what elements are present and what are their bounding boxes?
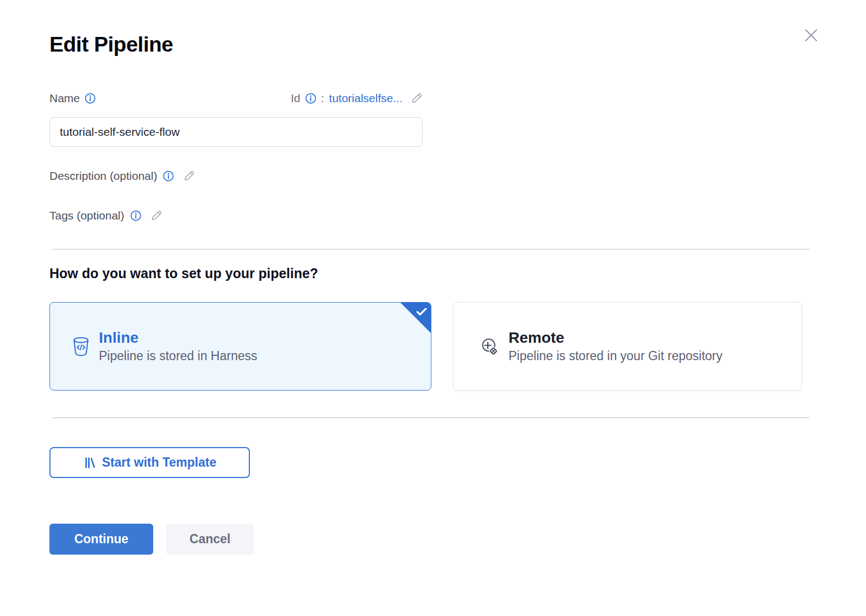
selected-corner-badge — [400, 303, 431, 333]
tags-row: Tags (optional) — [49, 209, 162, 222]
info-icon[interactable] — [130, 210, 141, 221]
start-with-template-button[interactable]: Start with Template — [49, 447, 250, 478]
selected-check-icon — [416, 307, 427, 316]
description-label: Description (optional) — [49, 169, 157, 183]
start-with-template-label: Start with Template — [102, 455, 216, 470]
template-library-icon — [83, 456, 96, 469]
edit-tags-button[interactable] — [150, 210, 162, 222]
info-icon[interactable] — [163, 171, 174, 181]
inline-card-title: Inline — [99, 329, 257, 347]
edit-id-button[interactable] — [411, 92, 423, 104]
inline-store-icon — [72, 336, 90, 357]
info-icon[interactable] — [305, 93, 316, 104]
edit-pencil-icon — [183, 170, 195, 182]
page-title: Edit Pipeline — [49, 33, 173, 56]
cancel-button[interactable]: Cancel — [166, 524, 254, 555]
remote-card-title: Remote — [509, 329, 723, 347]
id-label: Id — [291, 92, 300, 105]
id-separator: : — [321, 92, 324, 105]
pipeline-name-input[interactable] — [49, 117, 423, 147]
description-row: Description (optional) — [49, 169, 195, 183]
option-card-remote[interactable]: Remote Pipeline is stored in your Git re… — [453, 302, 802, 391]
edit-pencil-icon — [411, 92, 423, 104]
id-value-link[interactable]: tutorialselfse... — [329, 92, 403, 105]
setup-question: How do you want to set up your pipeline? — [49, 266, 318, 281]
name-label: Name — [49, 92, 80, 105]
edit-description-button[interactable] — [183, 170, 195, 182]
inline-card-description: Pipeline is stored in Harness — [99, 349, 257, 363]
divider — [53, 417, 809, 418]
remote-card-description: Pipeline is stored in your Git repositor… — [509, 349, 723, 363]
continue-button[interactable]: Continue — [49, 524, 153, 555]
name-id-row: Name Id : tutorialselfse... — [49, 92, 423, 105]
remote-card-text: Remote Pipeline is stored in your Git re… — [509, 329, 723, 363]
close-icon-glyph — [803, 27, 819, 43]
name-label-group: Name — [49, 92, 96, 105]
tags-label: Tags (optional) — [49, 209, 124, 222]
close-icon[interactable] — [801, 26, 821, 45]
info-icon[interactable] — [85, 93, 96, 104]
edit-pipeline-modal: Edit Pipeline Name Id : tutorialselfse..… — [0, 0, 866, 616]
remote-git-icon — [479, 336, 499, 357]
pipeline-id-group: Id : tutorialselfse... — [291, 92, 423, 105]
edit-pencil-icon — [150, 210, 162, 222]
inline-card-text: Inline Pipeline is stored in Harness — [99, 329, 257, 363]
divider — [53, 249, 809, 250]
option-card-inline[interactable]: Inline Pipeline is stored in Harness — [49, 302, 431, 391]
